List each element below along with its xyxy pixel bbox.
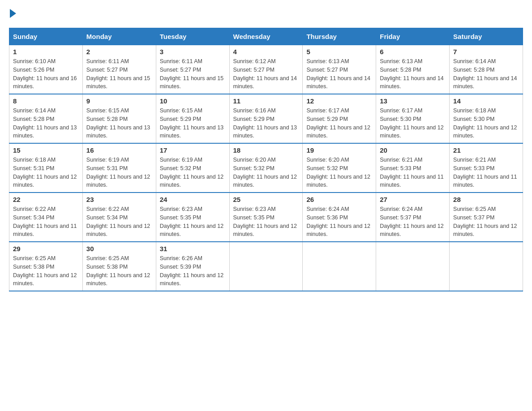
day-number: 24	[160, 196, 226, 203]
week-row-3: 15 Sunrise: 6:18 AM Sunset: 5:31 PM Dayl…	[9, 143, 523, 193]
day-info: Sunrise: 6:24 AM Sunset: 5:36 PM Dayligh…	[306, 205, 372, 239]
week-row-5: 29 Sunrise: 6:25 AM Sunset: 5:38 PM Dayl…	[9, 242, 523, 291]
day-number: 13	[380, 97, 446, 105]
calendar-cell: 23 Sunrise: 6:22 AM Sunset: 5:34 PM Dayl…	[82, 193, 156, 242]
calendar-cell: 6 Sunrise: 6:13 AM Sunset: 5:28 PM Dayli…	[376, 45, 450, 94]
calendar-cell: 22 Sunrise: 6:22 AM Sunset: 5:34 PM Dayl…	[9, 193, 83, 242]
calendar-body: 1 Sunrise: 6:10 AM Sunset: 5:26 PM Dayli…	[9, 45, 523, 291]
calendar-cell: 18 Sunrise: 6:20 AM Sunset: 5:32 PM Dayl…	[229, 143, 303, 193]
day-info: Sunrise: 6:21 AM Sunset: 5:33 PM Dayligh…	[380, 156, 446, 189]
day-number: 6	[380, 48, 446, 56]
calendar-cell: 21 Sunrise: 6:21 AM Sunset: 5:33 PM Dayl…	[450, 143, 523, 193]
week-row-2: 8 Sunrise: 6:14 AM Sunset: 5:28 PM Dayli…	[9, 94, 523, 143]
column-header-sunday: Sunday	[9, 28, 83, 45]
day-info: Sunrise: 6:18 AM Sunset: 5:30 PM Dayligh…	[453, 107, 519, 140]
calendar-cell: 13 Sunrise: 6:17 AM Sunset: 5:30 PM Dayl…	[376, 94, 450, 143]
calendar-cell: 29 Sunrise: 6:25 AM Sunset: 5:38 PM Dayl…	[9, 242, 83, 291]
calendar-header: SundayMondayTuesdayWednesdayThursdayFrid…	[9, 28, 523, 45]
day-number: 21	[453, 146, 519, 154]
logo	[9, 9, 16, 19]
page-header	[9, 9, 523, 19]
day-info: Sunrise: 6:11 AM Sunset: 5:27 PM Dayligh…	[160, 57, 226, 91]
day-number: 28	[453, 196, 519, 203]
calendar-cell: 14 Sunrise: 6:18 AM Sunset: 5:30 PM Dayl…	[450, 94, 523, 143]
calendar-cell: 30 Sunrise: 6:25 AM Sunset: 5:38 PM Dayl…	[82, 242, 156, 291]
day-number: 2	[86, 48, 152, 56]
calendar-cell: 24 Sunrise: 6:23 AM Sunset: 5:35 PM Dayl…	[156, 193, 229, 242]
day-number: 11	[233, 97, 299, 105]
day-info: Sunrise: 6:17 AM Sunset: 5:30 PM Dayligh…	[380, 107, 446, 140]
day-info: Sunrise: 6:14 AM Sunset: 5:28 PM Dayligh…	[453, 57, 519, 91]
day-number: 18	[233, 146, 299, 154]
day-number: 4	[233, 48, 299, 56]
day-info: Sunrise: 6:21 AM Sunset: 5:33 PM Dayligh…	[453, 156, 519, 189]
calendar-cell: 20 Sunrise: 6:21 AM Sunset: 5:33 PM Dayl…	[376, 143, 450, 193]
calendar-cell: 1 Sunrise: 6:10 AM Sunset: 5:26 PM Dayli…	[9, 45, 83, 94]
logo-arrow-icon	[10, 9, 16, 18]
calendar-cell	[376, 242, 450, 291]
day-info: Sunrise: 6:23 AM Sunset: 5:35 PM Dayligh…	[233, 205, 299, 239]
day-info: Sunrise: 6:24 AM Sunset: 5:37 PM Dayligh…	[380, 205, 446, 239]
day-info: Sunrise: 6:15 AM Sunset: 5:28 PM Dayligh…	[86, 107, 152, 140]
day-info: Sunrise: 6:13 AM Sunset: 5:28 PM Dayligh…	[380, 57, 446, 91]
calendar-cell: 15 Sunrise: 6:18 AM Sunset: 5:31 PM Dayl…	[9, 143, 83, 193]
day-number: 5	[306, 48, 372, 56]
calendar-cell	[450, 242, 523, 291]
day-info: Sunrise: 6:20 AM Sunset: 5:32 PM Dayligh…	[306, 156, 372, 189]
day-number: 22	[13, 196, 79, 203]
day-info: Sunrise: 6:15 AM Sunset: 5:29 PM Dayligh…	[160, 107, 226, 140]
day-number: 10	[160, 97, 226, 105]
calendar-cell: 4 Sunrise: 6:12 AM Sunset: 5:27 PM Dayli…	[229, 45, 303, 94]
day-number: 29	[13, 245, 79, 253]
calendar-cell: 5 Sunrise: 6:13 AM Sunset: 5:27 PM Dayli…	[303, 45, 376, 94]
column-header-tuesday: Tuesday	[156, 28, 229, 45]
day-info: Sunrise: 6:20 AM Sunset: 5:32 PM Dayligh…	[233, 156, 299, 189]
day-number: 23	[86, 196, 152, 203]
day-info: Sunrise: 6:22 AM Sunset: 5:34 PM Dayligh…	[13, 205, 79, 239]
column-header-saturday: Saturday	[450, 28, 523, 45]
day-number: 30	[86, 245, 152, 253]
day-number: 31	[160, 245, 226, 253]
calendar-cell	[229, 242, 303, 291]
column-header-monday: Monday	[82, 28, 156, 45]
calendar-cell	[303, 242, 376, 291]
day-number: 12	[306, 97, 372, 105]
calendar-cell: 26 Sunrise: 6:24 AM Sunset: 5:36 PM Dayl…	[303, 193, 376, 242]
day-info: Sunrise: 6:14 AM Sunset: 5:28 PM Dayligh…	[13, 107, 79, 140]
day-number: 3	[160, 48, 226, 56]
week-row-4: 22 Sunrise: 6:22 AM Sunset: 5:34 PM Dayl…	[9, 193, 523, 242]
day-number: 1	[13, 48, 79, 56]
day-number: 8	[13, 97, 79, 105]
day-number: 16	[86, 146, 152, 154]
day-info: Sunrise: 6:17 AM Sunset: 5:29 PM Dayligh…	[306, 107, 372, 140]
day-info: Sunrise: 6:10 AM Sunset: 5:26 PM Dayligh…	[13, 57, 79, 91]
day-info: Sunrise: 6:13 AM Sunset: 5:27 PM Dayligh…	[306, 57, 372, 91]
day-info: Sunrise: 6:23 AM Sunset: 5:35 PM Dayligh…	[160, 205, 226, 239]
calendar-cell: 7 Sunrise: 6:14 AM Sunset: 5:28 PM Dayli…	[450, 45, 523, 94]
calendar-cell: 9 Sunrise: 6:15 AM Sunset: 5:28 PM Dayli…	[82, 94, 156, 143]
calendar-cell: 2 Sunrise: 6:11 AM Sunset: 5:27 PM Dayli…	[82, 45, 156, 94]
day-info: Sunrise: 6:12 AM Sunset: 5:27 PM Dayligh…	[233, 57, 299, 91]
column-header-friday: Friday	[376, 28, 450, 45]
calendar-cell: 31 Sunrise: 6:26 AM Sunset: 5:39 PM Dayl…	[156, 242, 229, 291]
week-row-1: 1 Sunrise: 6:10 AM Sunset: 5:26 PM Dayli…	[9, 45, 523, 94]
calendar-cell: 19 Sunrise: 6:20 AM Sunset: 5:32 PM Dayl…	[303, 143, 376, 193]
day-number: 7	[453, 48, 519, 56]
day-number: 19	[306, 146, 372, 154]
day-info: Sunrise: 6:11 AM Sunset: 5:27 PM Dayligh…	[86, 57, 152, 91]
day-number: 20	[380, 146, 446, 154]
calendar-cell: 3 Sunrise: 6:11 AM Sunset: 5:27 PM Dayli…	[156, 45, 229, 94]
calendar-cell: 12 Sunrise: 6:17 AM Sunset: 5:29 PM Dayl…	[303, 94, 376, 143]
day-info: Sunrise: 6:22 AM Sunset: 5:34 PM Dayligh…	[86, 205, 152, 239]
day-number: 27	[380, 196, 446, 203]
calendar-cell: 8 Sunrise: 6:14 AM Sunset: 5:28 PM Dayli…	[9, 94, 83, 143]
column-header-thursday: Thursday	[303, 28, 376, 45]
calendar-cell: 28 Sunrise: 6:25 AM Sunset: 5:37 PM Dayl…	[450, 193, 523, 242]
day-number: 25	[233, 196, 299, 203]
column-header-wednesday: Wednesday	[229, 28, 303, 45]
day-info: Sunrise: 6:19 AM Sunset: 5:31 PM Dayligh…	[86, 156, 152, 189]
day-info: Sunrise: 6:25 AM Sunset: 5:38 PM Dayligh…	[13, 254, 79, 288]
calendar-cell: 17 Sunrise: 6:19 AM Sunset: 5:32 PM Dayl…	[156, 143, 229, 193]
calendar-cell: 16 Sunrise: 6:19 AM Sunset: 5:31 PM Dayl…	[82, 143, 156, 193]
day-info: Sunrise: 6:16 AM Sunset: 5:29 PM Dayligh…	[233, 107, 299, 140]
